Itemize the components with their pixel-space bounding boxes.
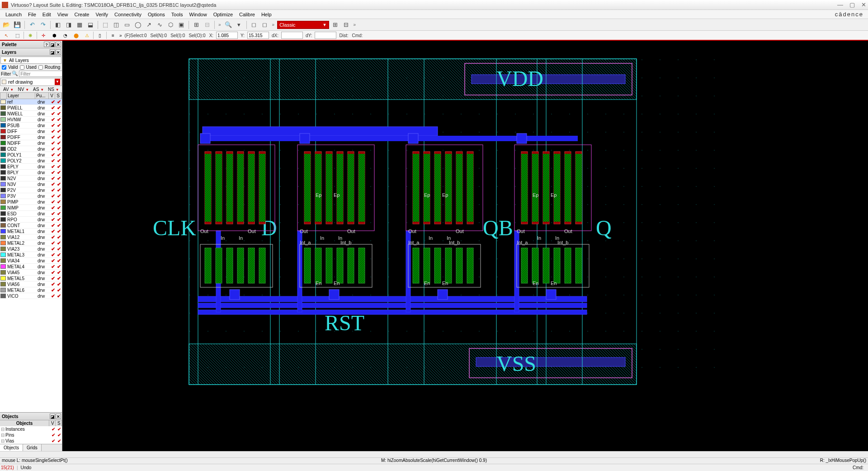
tool-icon[interactable]: ◧ [53, 20, 62, 29]
layer-row[interactable]: VIA45 drw ✔ ✔ [0, 270, 62, 276]
layer-visible-check[interactable]: ✔ [50, 246, 56, 252]
layer-row[interactable]: BPLY drw ✔ ✔ [0, 170, 62, 176]
objects-list[interactable]: ⊟ Instances ✔ ✔⊟ Pins ✔ ✔⊟ Vias ✔ ✔ [0, 426, 62, 444]
layer-row[interactable]: N2V drw ✔ ✔ [0, 176, 62, 181]
tool-icon[interactable]: ⊟ [342, 20, 351, 29]
layer-visible-check[interactable]: ✔ [50, 264, 56, 270]
layer-select-check[interactable]: ✔ [56, 199, 62, 205]
object-select-check[interactable]: ✔ [56, 438, 62, 443]
search-icon[interactable]: 🔍 [12, 71, 18, 77]
layer-row[interactable]: METAL1 drw ✔ ✔ [0, 228, 62, 234]
used-checkbox[interactable] [20, 65, 24, 70]
layer-select-check[interactable]: ✔ [56, 228, 62, 234]
layer-select-check[interactable]: ✔ [56, 234, 62, 240]
layer-select-check[interactable]: ✔ [56, 152, 62, 158]
layer-select-check[interactable]: ✔ [56, 211, 62, 217]
layer-select-check[interactable]: ✔ [56, 246, 62, 252]
layer-select-check[interactable]: ✔ [56, 193, 62, 199]
layer-select-check[interactable]: ✔ [56, 176, 62, 181]
warning-icon[interactable]: ⚠ [82, 31, 91, 39]
tool-icon[interactable]: ⬢ [50, 31, 59, 39]
menu-create[interactable]: Create [71, 11, 92, 18]
layer-visible-check[interactable]: ✔ [50, 123, 56, 128]
layout-canvas[interactable]: VDD VSS CLK D QB Q RST [62, 41, 868, 451]
layer-visible-check[interactable]: ✔ [50, 187, 56, 193]
tool-icon[interactable]: ⊞ [331, 20, 340, 29]
layer-row[interactable]: VIA34 drw ✔ ✔ [0, 258, 62, 264]
layer-row[interactable]: METAL3 drw ✔ ✔ [0, 252, 62, 258]
menu-help[interactable]: Help [259, 11, 274, 18]
object-row[interactable]: ⊟ Vias ✔ ✔ [0, 438, 62, 444]
all-layers-dropdown[interactable]: ▼ All Layers [0, 57, 61, 64]
redo-icon[interactable]: ↷ [38, 20, 47, 29]
layer-row[interactable]: P2V drw ✔ ✔ [0, 187, 62, 193]
layer-visible-check[interactable]: ✔ [50, 170, 56, 176]
tool-icon[interactable]: ◔ [61, 31, 70, 39]
layer-row[interactable]: ref drw ✔ ✔ [0, 99, 62, 105]
layer-select-check[interactable]: ✔ [56, 293, 62, 299]
layer-visible-check[interactable]: ✔ [50, 293, 56, 299]
menu-launch[interactable]: Launch [3, 11, 24, 18]
object-row[interactable]: ⊟ Pins ✔ ✔ [0, 432, 62, 438]
object-select-check[interactable]: ✔ [56, 433, 62, 438]
layer-select-check[interactable]: ✔ [56, 140, 62, 146]
undock-icon[interactable]: ◪ [50, 414, 55, 419]
object-visible-check[interactable]: ✔ [50, 433, 56, 438]
layer-select-check[interactable]: ✔ [56, 281, 62, 287]
layer-select-check[interactable]: ✔ [56, 158, 62, 164]
layer-visible-check[interactable]: ✔ [50, 128, 56, 134]
layer-select-check[interactable]: ✔ [56, 270, 62, 276]
menu-optimize[interactable]: Optimize [211, 11, 236, 18]
layer-select-check[interactable]: ✔ [56, 105, 62, 111]
menu-file[interactable]: File [25, 11, 39, 18]
tool-icon[interactable]: ◻ [250, 20, 259, 29]
layer-visible-check[interactable]: ✔ [50, 181, 56, 187]
layer-visible-check[interactable]: ✔ [50, 105, 56, 111]
open-icon[interactable]: 📂 [2, 20, 11, 29]
layer-row[interactable]: DIFF drw ✔ ✔ [0, 128, 62, 134]
menu-view[interactable]: View [55, 11, 71, 18]
layer-select-check[interactable]: ✔ [56, 187, 62, 193]
menu-calibre[interactable]: Calibre [236, 11, 258, 18]
ns-button[interactable]: NS ▼ [46, 87, 61, 92]
layer-row[interactable]: NDIFF drw ✔ ✔ [0, 140, 62, 146]
tool-icon[interactable]: ⬤ [71, 31, 80, 39]
layer-row[interactable]: POLY2 drw ✔ ✔ [0, 158, 62, 164]
layer-row[interactable]: VIA23 drw ✔ ✔ [0, 246, 62, 252]
layer-visible-check[interactable]: ✔ [50, 287, 56, 293]
layer-visible-check[interactable]: ✔ [50, 158, 56, 164]
valid-checkbox[interactable] [2, 65, 6, 70]
menu-verify[interactable]: Verify [93, 11, 111, 18]
menu-connectivity[interactable]: Connectivity [112, 11, 144, 18]
layer-visible-check[interactable]: ✔ [50, 193, 56, 199]
layer-row[interactable]: PIMP drw ✔ ✔ [0, 199, 62, 205]
select-icon[interactable]: ↖ [2, 31, 11, 39]
save-icon[interactable]: 💾 [13, 20, 22, 29]
layer-row[interactable]: VIA56 drw ✔ ✔ [0, 281, 62, 287]
layer-row[interactable]: NWELL drw ✔ ✔ [0, 111, 62, 117]
layer-visible-check[interactable]: ✔ [50, 199, 56, 205]
layer-row[interactable]: CONT drw ✔ ✔ [0, 223, 62, 228]
tool-icon[interactable]: ⬚ [101, 20, 110, 29]
tool-icon[interactable]: ↗ [144, 20, 153, 29]
layer-visible-check[interactable]: ✔ [50, 146, 56, 152]
layer-visible-check[interactable]: ✔ [50, 228, 56, 234]
layer-select-check[interactable]: ✔ [56, 170, 62, 176]
layer-visible-check[interactable]: ✔ [50, 240, 56, 246]
tab-objects[interactable]: Objects [0, 444, 23, 451]
tool-icon[interactable]: ▣ [177, 20, 186, 29]
layer-row[interactable]: METAL6 drw ✔ ✔ [0, 287, 62, 293]
dx-input[interactable] [281, 32, 303, 39]
tab-grids[interactable]: Grids [23, 444, 42, 451]
tool-icon[interactable]: ▯ [95, 31, 104, 39]
layer-row[interactable]: VIA12 drw ✔ ✔ [0, 234, 62, 240]
object-select-check[interactable]: ✔ [56, 427, 62, 432]
y-input[interactable] [247, 32, 269, 39]
layer-row[interactable]: PSUB drw ✔ ✔ [0, 123, 62, 128]
object-row[interactable]: ⊟ Instances ✔ ✔ [0, 426, 62, 432]
layer-visible-check[interactable]: ✔ [50, 176, 56, 181]
object-visible-check[interactable]: ✔ [50, 427, 56, 432]
layer-select-check[interactable]: ✔ [56, 111, 62, 117]
layer-visible-check[interactable]: ✔ [50, 205, 56, 211]
layer-row[interactable]: NIMP drw ✔ ✔ [0, 205, 62, 211]
